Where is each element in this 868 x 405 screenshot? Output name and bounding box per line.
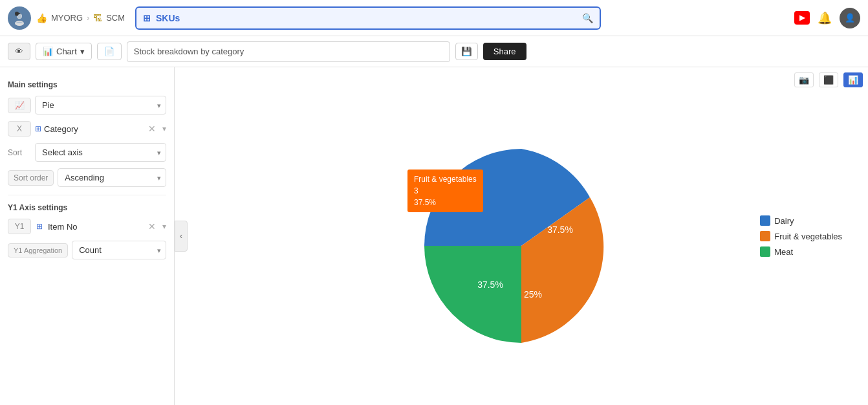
x-axis-clear-button[interactable]: ✕ bbox=[146, 122, 158, 135]
share-button[interactable]: Share bbox=[483, 43, 526, 60]
legend-item-dairy: Dairy bbox=[760, 215, 842, 226]
legend-label-dairy: Dairy bbox=[774, 216, 794, 226]
view-toggle-button[interactable]: 👁 bbox=[8, 43, 30, 60]
export-icon: 📄 bbox=[104, 47, 114, 56]
pie-chart-svg: 37.5% 25% 37.5% bbox=[418, 142, 625, 349]
search-icon[interactable]: 🔍 bbox=[582, 13, 593, 23]
item-no-icon: ⊞ bbox=[35, 222, 44, 231]
sort-order-select-wrap: Ascending Descending bbox=[58, 168, 166, 187]
chart-type-row: 📈 Pie Bar Line bbox=[8, 96, 166, 115]
legend-item-meat: Meat bbox=[760, 246, 842, 257]
y1-aggregation-select[interactable]: Count Sum Average bbox=[72, 241, 166, 259]
chart-label: Chart bbox=[56, 47, 77, 56]
chart-title-input[interactable] bbox=[127, 41, 450, 62]
y1-axis-clear-button[interactable]: ✕ bbox=[146, 220, 158, 233]
dairy-segment-2[interactable] bbox=[424, 149, 521, 246]
sort-order-label: Sort order bbox=[8, 170, 54, 186]
x-axis-row: X ⊞ Category ✕ ▾ bbox=[8, 121, 166, 137]
y1-axis-chevron[interactable]: ▾ bbox=[162, 222, 166, 231]
meat-label: 25% bbox=[524, 289, 542, 300]
sort-order-select[interactable]: Ascending Descending bbox=[58, 168, 166, 187]
main-settings-title: Main settings bbox=[8, 80, 166, 89]
y1-axis-row: Y1 ⊞ Item No ✕ ▾ bbox=[8, 219, 166, 234]
y1-aggregation-select-wrap: Count Sum Average bbox=[72, 241, 166, 259]
pie-chart-container: 37.5% 25% 37.5% Fruit & vegetables 3 37.… bbox=[175, 67, 868, 405]
sort-axis-select-wrap: Select axis bbox=[35, 143, 166, 162]
chart-legend: Dairy Fruit & vegetables Meat bbox=[760, 215, 842, 257]
chart-type-select[interactable]: Pie Bar Line bbox=[35, 96, 166, 115]
sku-icon: ⊞ bbox=[143, 13, 151, 23]
search-label[interactable]: SKUs bbox=[156, 13, 180, 23]
y1-settings-title: Y1 Axis settings bbox=[8, 203, 166, 212]
eye-icon: 👁 bbox=[15, 47, 23, 56]
sort-label: Sort bbox=[8, 148, 31, 157]
category-label: Category bbox=[44, 124, 142, 134]
search-bar: ⊞ SKUs 🔍 bbox=[135, 6, 601, 30]
item-no-label: Item No bbox=[48, 222, 142, 232]
settings-panel: Main settings 📈 Pie Bar Line X ⊞ Ca bbox=[0, 67, 175, 405]
user-menu-button[interactable]: 👤 bbox=[840, 8, 860, 28]
notification-bell-icon[interactable]: 🔔 bbox=[818, 11, 832, 25]
save-icon: 💾 bbox=[461, 47, 472, 56]
org-icon: 👍 bbox=[36, 13, 47, 23]
x-axis-chevron[interactable]: ▾ bbox=[162, 124, 166, 133]
chevron-down-icon: ▾ bbox=[80, 47, 85, 56]
scm-label[interactable]: SCM bbox=[106, 13, 125, 23]
nav-right: ▶ 🔔 👤 bbox=[794, 8, 860, 28]
y1-label: Y1 bbox=[8, 219, 31, 234]
chart-area: ‹ 📷 ⬛ 📊 bbox=[175, 67, 868, 405]
user-icon-symbol: 👤 bbox=[845, 13, 855, 23]
legend-color-dairy bbox=[760, 215, 770, 226]
section-divider bbox=[8, 195, 166, 195]
nav-chevron: › bbox=[87, 14, 89, 23]
sort-order-row: Sort order Ascending Descending bbox=[8, 168, 166, 187]
youtube-button[interactable]: ▶ bbox=[794, 11, 810, 25]
category-icon: ⊞ bbox=[35, 124, 41, 133]
sort-axis-select[interactable]: Select axis bbox=[35, 143, 166, 162]
chart-type-icon: 📈 bbox=[8, 98, 31, 113]
legend-label-fruit-veg: Fruit & vegetables bbox=[774, 232, 842, 241]
legend-color-fruit-veg bbox=[760, 231, 770, 241]
sort-row: Sort Select axis bbox=[8, 143, 166, 162]
scm-icon: 🏗 bbox=[93, 13, 102, 23]
save-button[interactable]: 💾 bbox=[455, 43, 478, 60]
legend-color-meat bbox=[760, 246, 770, 257]
fruit-veg-label: 37.5% bbox=[477, 279, 503, 290]
collapse-sidebar-button[interactable]: ‹ bbox=[175, 221, 188, 252]
export-button[interactable]: 📄 bbox=[97, 43, 122, 60]
breadcrumb: 👍 MYORG › 🏗 SCM bbox=[36, 13, 125, 23]
dairy-label: 37.5% bbox=[547, 224, 573, 235]
org-label[interactable]: MYORG bbox=[51, 13, 83, 23]
legend-item-fruit-veg: Fruit & vegetables bbox=[760, 231, 842, 241]
user-avatar bbox=[8, 6, 31, 30]
area-chart-icon: 📈 bbox=[15, 101, 25, 110]
chart-type-button[interactable]: 📊 Chart ▾ bbox=[36, 43, 92, 60]
y1-aggregation-row: Y1 Aggregation Count Sum Average bbox=[8, 241, 166, 259]
chart-toolbar: 👁 📊 Chart ▾ 📄 💾 Share bbox=[0, 36, 868, 67]
y1-aggregation-label: Y1 Aggregation bbox=[8, 243, 68, 257]
chart-icon: 📊 bbox=[43, 47, 53, 56]
x-label: X bbox=[8, 121, 31, 137]
meat-segment[interactable] bbox=[424, 246, 521, 343]
legend-label-meat: Meat bbox=[774, 247, 793, 257]
chart-type-select-wrap: Pie Bar Line bbox=[35, 96, 166, 115]
